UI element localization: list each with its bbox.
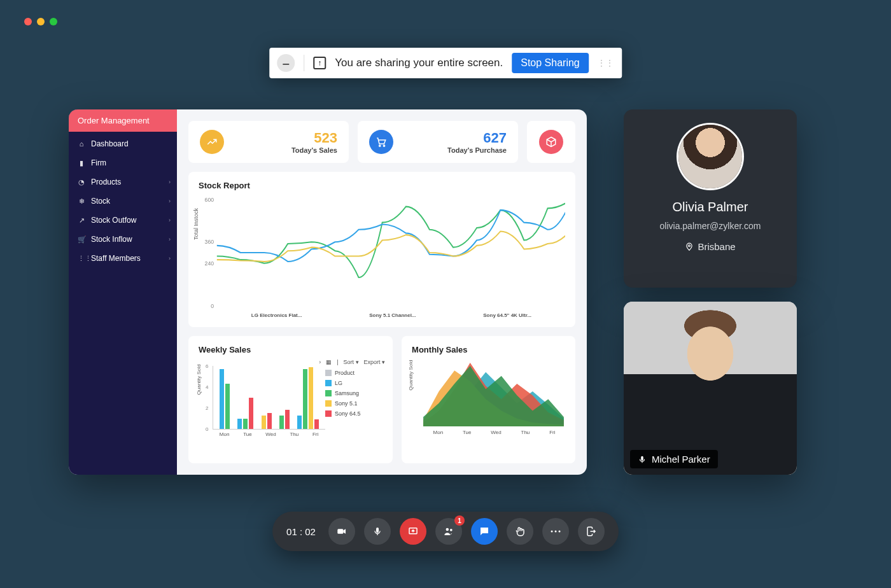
kpi-value: 523 bbox=[233, 130, 337, 146]
box-icon bbox=[539, 130, 563, 154]
legend-item[interactable]: Sony 64.5 bbox=[325, 410, 382, 417]
kpi-label: Today's Purchase bbox=[402, 146, 507, 154]
screen-share-bar: – ↑ You are sharing your entire screen. … bbox=[269, 48, 622, 78]
panel-title: Weekly Sales bbox=[199, 345, 382, 354]
avatar bbox=[678, 125, 742, 188]
camera-button[interactable] bbox=[328, 518, 355, 545]
prod-icon: ◔ bbox=[78, 178, 85, 186]
close-dot[interactable] bbox=[24, 18, 32, 25]
dashboard-window: Order Management ⌂Dashboard▮Firm◔Product… bbox=[69, 109, 587, 475]
more-button[interactable] bbox=[542, 518, 569, 545]
legend-item[interactable]: Samsung bbox=[325, 390, 382, 396]
participant-card-michel[interactable]: Michel Parker bbox=[624, 302, 797, 475]
sidebar-item-products[interactable]: ◔Products› bbox=[69, 172, 177, 192]
legend-item[interactable]: Sony 5.1 bbox=[325, 400, 382, 407]
sidebar-item-staff-members[interactable]: ⋮⋮Staff Members› bbox=[69, 249, 177, 268]
location-text: Brisbane bbox=[698, 241, 735, 252]
sidebar-item-stock-inflow[interactable]: 🛒Stock Inflow› bbox=[69, 230, 177, 249]
panel-title: Monthly Sales bbox=[412, 345, 565, 354]
stock-icon: ❄ bbox=[78, 197, 85, 206]
y-axis-label: Quantity Sold bbox=[196, 364, 202, 395]
microphone-icon bbox=[638, 455, 647, 464]
layers-icon[interactable]: ▦ bbox=[326, 359, 332, 365]
participants-badge: 1 bbox=[454, 515, 465, 526]
stock-report-chart: Total Instock 0240360600 bbox=[199, 193, 565, 312]
cart-icon bbox=[369, 130, 393, 154]
drag-grip-icon[interactable]: ⋮⋮ bbox=[598, 59, 614, 67]
inflow-icon: 🛒 bbox=[78, 235, 85, 244]
kpi-label: Today's Sales bbox=[233, 146, 337, 154]
weekly-sales-panel: Weekly Sales › ▦ | Sort ▾ Export ▾ Quant… bbox=[188, 336, 393, 463]
chevron-right-icon: › bbox=[169, 198, 171, 204]
sidebar-item-label: Dashboard bbox=[91, 139, 129, 148]
chat-button[interactable] bbox=[471, 518, 498, 545]
sidebar-title: Order Management bbox=[69, 109, 177, 132]
participants-button[interactable]: 1 bbox=[435, 518, 462, 545]
y-axis-label: Quantity Sold bbox=[408, 360, 414, 390]
participant-email: olivia.palmer@zylker.com bbox=[660, 221, 761, 231]
legend-item[interactable]: LG bbox=[325, 380, 382, 386]
participant-location: Brisbane bbox=[685, 241, 735, 252]
participant-video bbox=[624, 302, 797, 475]
sidebar: Order Management ⌂Dashboard▮Firm◔Product… bbox=[69, 109, 177, 475]
window-controls bbox=[24, 18, 57, 25]
chevron-right-icon: › bbox=[169, 217, 171, 223]
sidebar-item-dashboard[interactable]: ⌂Dashboard bbox=[69, 134, 177, 153]
chevron-right-icon: › bbox=[169, 236, 171, 242]
call-timer: 01 : 02 bbox=[286, 526, 316, 537]
svg-text:0: 0 bbox=[211, 302, 214, 309]
sort-button[interactable]: Sort ▾ bbox=[344, 359, 359, 365]
kpi-today-purchase[interactable]: 627 Today's Purchase bbox=[358, 121, 518, 163]
panel-tools: › ▦ | Sort ▾ Export ▾ bbox=[319, 359, 385, 365]
sidebar-item-firm[interactable]: ▮Firm bbox=[69, 153, 177, 172]
kpi-extra[interactable] bbox=[527, 121, 575, 163]
leave-button[interactable] bbox=[578, 518, 605, 545]
divider: | bbox=[337, 359, 338, 365]
divider bbox=[304, 55, 304, 71]
dashboard-main: 523 Today's Sales 627 Today's Purchase bbox=[177, 109, 587, 475]
svg-text:240: 240 bbox=[205, 260, 214, 267]
sidebar-item-label: Stock Outfow bbox=[91, 216, 136, 225]
svg-point-1 bbox=[383, 145, 384, 146]
kpi-value: 627 bbox=[402, 130, 507, 146]
participant-card-olivia[interactable]: Olivia Palmer olivia.palmer@zylker.com B… bbox=[624, 109, 797, 288]
sidebar-item-label: Products bbox=[91, 178, 121, 186]
location-icon bbox=[685, 242, 694, 251]
collapse-button[interactable]: – bbox=[277, 54, 295, 72]
legend-item[interactable]: Product bbox=[325, 370, 382, 376]
svg-text:600: 600 bbox=[205, 196, 214, 202]
svg-point-16 bbox=[554, 531, 556, 533]
y-axis-label: Total Instock bbox=[193, 208, 199, 240]
participant-name: Michel Parker bbox=[652, 454, 710, 465]
expand-icon[interactable]: › bbox=[319, 359, 321, 365]
svg-point-6 bbox=[689, 244, 691, 246]
reactions-button[interactable] bbox=[507, 518, 533, 545]
panel-title: Stock Report bbox=[199, 181, 565, 190]
monthly-chart: Quantity Sold MonTueWedThuFri bbox=[412, 360, 565, 445]
maximize-dot[interactable] bbox=[50, 18, 57, 25]
sidebar-item-label: Stock bbox=[91, 197, 110, 206]
svg-point-0 bbox=[379, 145, 381, 146]
svg-point-14 bbox=[450, 529, 453, 531]
microphone-button[interactable] bbox=[364, 518, 391, 545]
kpi-row: 523 Today's Sales 627 Today's Purchase bbox=[188, 121, 575, 163]
kpi-today-sales[interactable]: 523 Today's Sales bbox=[188, 121, 349, 163]
sidebar-item-stock-outfow[interactable]: ↗Stock Outfow› bbox=[69, 211, 177, 230]
chevron-right-icon: › bbox=[169, 179, 171, 185]
x-axis-labels: LG Electronics Flat...Sony 5.1 Channel..… bbox=[199, 312, 565, 318]
svg-rect-9 bbox=[337, 529, 343, 534]
share-message: You are sharing your entire screen. bbox=[335, 57, 503, 69]
participant-name-tag: Michel Parker bbox=[630, 450, 718, 468]
minimize-dot[interactable] bbox=[37, 18, 45, 25]
stock-report-panel: Stock Report Total Instock 0240360600 LG… bbox=[188, 172, 575, 327]
export-button[interactable]: Export ▾ bbox=[364, 359, 386, 365]
outflow-icon: ↗ bbox=[78, 216, 85, 225]
share-screen-icon: ↑ bbox=[313, 57, 326, 69]
stop-sharing-button[interactable]: Stop Sharing bbox=[512, 53, 589, 73]
sidebar-item-stock[interactable]: ❄Stock› bbox=[69, 192, 177, 211]
svg-text:360: 360 bbox=[205, 239, 214, 245]
weekly-chart: Quantity Sold 0246 MonTueWedThuFri bbox=[199, 366, 325, 449]
share-screen-button[interactable] bbox=[400, 518, 426, 545]
chevron-right-icon: › bbox=[169, 255, 171, 262]
chart-icon bbox=[200, 130, 224, 154]
